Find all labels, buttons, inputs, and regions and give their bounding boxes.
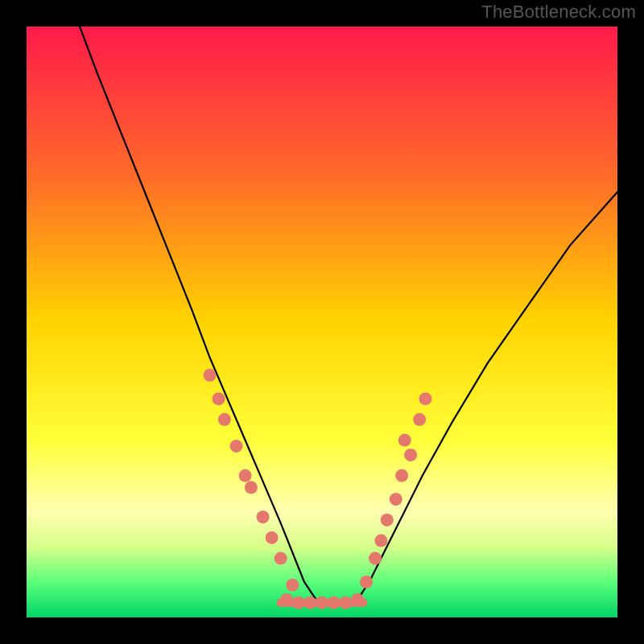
marker-right-dots [374, 535, 387, 547]
marker-bottom-dots [316, 597, 328, 609]
chart-area [27, 27, 617, 617]
marker-bottom-dots [303, 597, 316, 609]
marker-right-dots [419, 392, 431, 405]
marker-bottom-dots [328, 597, 341, 609]
marker-left-dots [266, 531, 279, 544]
marker-left-dots [230, 440, 243, 452]
marker-left-dots [275, 552, 287, 565]
chart-svg [27, 27, 617, 617]
marker-bottom-dots [292, 597, 305, 609]
marker-left-dots [245, 481, 258, 494]
marker-right-dots [398, 434, 411, 447]
marker-left-dots [204, 369, 217, 382]
marker-bottom-dots [339, 597, 352, 609]
marker-left-dots [257, 510, 270, 523]
gradient-background [27, 27, 617, 617]
watermark-text: TheBottleneck.com [481, 2, 636, 23]
marker-right-dots [390, 493, 402, 506]
marker-bottom-dots [351, 593, 364, 606]
marker-left-dots [286, 579, 299, 592]
marker-bottom-dots [280, 593, 293, 606]
marker-right-dots [404, 448, 417, 461]
marker-right-dots [369, 552, 382, 565]
marker-right-dots [395, 469, 408, 482]
marker-right-dots [381, 514, 394, 526]
marker-right-dots [360, 576, 373, 588]
marker-left-dots [213, 392, 225, 405]
marker-right-dots [413, 413, 426, 426]
marker-left-dots [218, 413, 231, 426]
marker-left-dots [239, 469, 252, 482]
